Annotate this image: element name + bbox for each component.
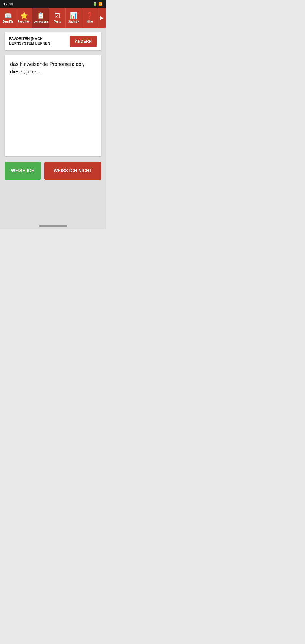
nav-item-begriffe[interactable]: 📖 Begriffe xyxy=(0,8,16,28)
status-icons: 🔋 📶 xyxy=(93,2,103,6)
favoriten-label: Favoriten xyxy=(18,20,30,23)
home-indicator xyxy=(0,223,106,229)
statistik-label: Statistik xyxy=(68,20,79,23)
nav-item-favoriten[interactable]: ⭐ Favoriten xyxy=(16,8,32,28)
know-button[interactable]: WEISS ICH xyxy=(5,162,41,180)
hilfe-label: Hilfe xyxy=(87,20,93,23)
lernkarten-label: Lernkarten xyxy=(34,20,48,23)
tests-icon: ☑ xyxy=(55,13,60,19)
tests-label: Tests xyxy=(54,20,61,23)
nav-item-hilfe[interactable]: ❓ Hilfe xyxy=(82,8,98,28)
statistik-icon: 📊 xyxy=(70,13,77,19)
signal-icon: 📶 xyxy=(98,2,103,6)
mode-label: FAVORITEN (NACH LERNSYSTEM LERNEN) xyxy=(9,36,66,46)
change-mode-button[interactable]: ÄNDERN xyxy=(70,36,97,47)
top-navigation: 📖 Begriffe ⭐ Favoriten 📋 Lernkarten ☑ Te… xyxy=(0,8,106,28)
battery-icon: 🔋 xyxy=(93,2,97,6)
flashcard: das hinweisende Pronomen: der, dieser, j… xyxy=(5,55,101,156)
status-time: 12:00 xyxy=(3,2,13,6)
arrow-right-icon: ▶ xyxy=(100,15,104,21)
dont-know-button[interactable]: WEISS ICH NICHT xyxy=(44,162,101,180)
nav-item-lernkarten[interactable]: 📋 Lernkarten xyxy=(32,8,50,28)
favoriten-icon: ⭐ xyxy=(20,13,28,19)
nav-arrow-button[interactable]: ▶ xyxy=(98,8,106,28)
begriffe-icon: 📖 xyxy=(4,13,12,19)
flashcard-text: das hinweisende Pronomen: der, dieser, j… xyxy=(10,60,96,76)
nav-item-statistik[interactable]: 📊 Statistik xyxy=(66,8,82,28)
lernkarten-icon: 📋 xyxy=(37,13,45,19)
nav-item-tests[interactable]: ☑ Tests xyxy=(49,8,66,28)
begriffe-label: Begriffe xyxy=(3,20,13,23)
main-content: FAVORITEN (NACH LERNSYSTEM LERNEN) ÄNDER… xyxy=(0,28,106,223)
home-bar xyxy=(39,225,67,227)
status-bar: 12:00 🔋 📶 xyxy=(0,0,106,8)
answer-buttons: WEISS ICH WEISS ICH NICHT xyxy=(5,162,101,180)
mode-card: FAVORITEN (NACH LERNSYSTEM LERNEN) ÄNDER… xyxy=(5,32,101,50)
hilfe-icon: ❓ xyxy=(86,13,93,19)
